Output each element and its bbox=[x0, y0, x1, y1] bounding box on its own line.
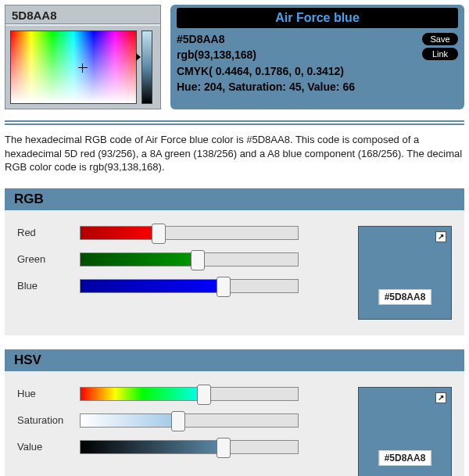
save-button[interactable]: Save bbox=[422, 33, 458, 45]
divider bbox=[5, 120, 464, 122]
sat-label: Saturation bbox=[17, 414, 80, 426]
red-slider[interactable] bbox=[80, 226, 299, 240]
spectrum-cursor-icon[interactable] bbox=[78, 63, 88, 73]
hsv-swatch-label: #5D8AA8 bbox=[379, 450, 431, 466]
blue-slider-thumb[interactable] bbox=[217, 277, 231, 297]
hex-line: #5D8AA8 bbox=[177, 31, 256, 47]
expand-icon[interactable]: ↗ bbox=[435, 231, 446, 242]
red-label: Red bbox=[17, 227, 80, 238]
hsv-swatch: ↗ #5D8AA8 bbox=[358, 387, 452, 476]
rgb-swatch-label: #5D8AA8 bbox=[379, 289, 431, 305]
expand-icon[interactable]: ↗ bbox=[435, 392, 446, 403]
rgb-line: rgb(93,138,168) bbox=[177, 47, 256, 63]
strip-handle-icon[interactable] bbox=[136, 53, 141, 61]
color-name-title: Air Force blue bbox=[177, 8, 458, 28]
val-slider[interactable] bbox=[80, 440, 299, 454]
color-info-panel: Air Force blue #5D8AA8 rgb(93,138,168) S… bbox=[170, 5, 464, 109]
green-slider-thumb[interactable] bbox=[191, 250, 205, 270]
hsv-section: HSV Hue Saturation Value bbox=[5, 349, 464, 476]
val-label: Value bbox=[17, 441, 80, 453]
rgb-swatch: ↗ #5D8AA8 bbox=[358, 226, 452, 320]
picker-hex-value: 5D8AA8 bbox=[5, 5, 160, 24]
color-picker-panel: 5D8AA8 bbox=[5, 5, 161, 109]
hsv-line: Hue: 204, Saturation: 45, Value: 66 bbox=[177, 79, 458, 95]
val-slider-thumb[interactable] bbox=[217, 438, 231, 458]
spectrum-area[interactable] bbox=[10, 30, 137, 104]
rgb-section: RGB Red Green Blue bbox=[5, 188, 464, 335]
divider bbox=[5, 123, 464, 125]
sat-slider-thumb[interactable] bbox=[171, 411, 185, 431]
hsv-heading: HSV bbox=[5, 349, 464, 371]
value-strip[interactable] bbox=[141, 30, 152, 104]
red-slider-thumb[interactable] bbox=[152, 224, 166, 244]
blue-label: Blue bbox=[17, 280, 80, 292]
hue-slider[interactable] bbox=[80, 387, 299, 401]
blue-slider[interactable] bbox=[80, 279, 299, 293]
description-text: The hexadecimal RGB code of Air Force bl… bbox=[5, 133, 464, 174]
hue-label: Hue bbox=[17, 388, 80, 399]
green-slider[interactable] bbox=[80, 252, 299, 267]
sat-slider[interactable] bbox=[80, 413, 299, 428]
link-button[interactable]: Link bbox=[422, 48, 458, 60]
green-label: Green bbox=[17, 253, 80, 265]
rgb-heading: RGB bbox=[5, 188, 464, 210]
hue-slider-thumb[interactable] bbox=[197, 385, 211, 405]
cmyk-line: CMYK( 0.4464, 0.1786, 0, 0.3412) bbox=[177, 63, 458, 79]
